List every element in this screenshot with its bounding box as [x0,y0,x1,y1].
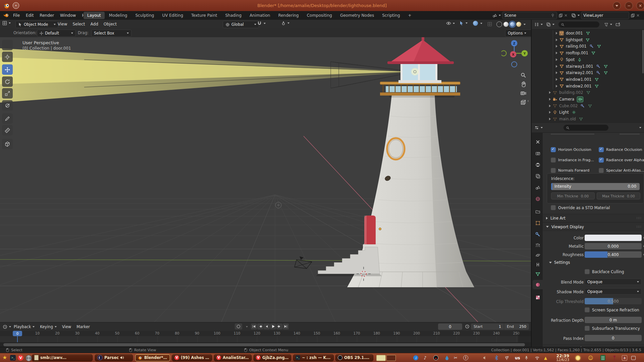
expand-arrow[interactable] [556,39,557,41]
outliner-item-lightspot[interactable]: lightspot [532,37,644,43]
tray-keyboard-us-icon[interactable]: us [515,355,520,361]
outliner-item-stairway1.001[interactable]: stairway1.001 [532,63,644,70]
properties-tab-physics[interactable] [533,250,543,260]
viewport-menu-view[interactable]: View [55,20,70,28]
workspace-tab-modeling[interactable]: Modeling [105,12,131,19]
workspace-tab-geometry-nodes[interactable]: Geometry Nodes [336,12,378,19]
modifier-wrench-icon[interactable] [580,104,585,108]
playhead[interactable]: 0 [13,331,22,336]
workspace-tab-sculpting[interactable]: Sculpting [131,12,158,19]
taskbar-window-5[interactable]: VAnalieStar... [214,354,252,361]
tool-measure[interactable] [2,125,13,135]
object-name[interactable]: railing.001 [566,44,587,49]
viewlayer-selector[interactable]: ViewLayer [581,12,629,19]
tool-transform[interactable] [2,100,13,111]
expand-arrow[interactable] [549,91,551,94]
metallic-field[interactable]: 0.000 [585,243,642,249]
properties-tab-material[interactable] [533,280,543,289]
object-name[interactable]: door.001 [566,31,583,36]
scene-selector[interactable]: Scene [502,12,557,19]
viewport-menu-select[interactable]: Select [70,20,88,28]
tool-annotate[interactable] [2,113,13,124]
outliner-item-rooftop.001[interactable]: rooftop.001 [532,50,644,56]
timeline-menu-keying[interactable]: Keying [37,322,59,331]
object-name[interactable]: window1.001 [566,77,592,82]
expand-arrow[interactable] [556,58,557,61]
tool-scale[interactable] [2,88,13,99]
viewport-menu-object[interactable]: Object [101,20,119,28]
viewport-menu-add[interactable]: Add [88,20,101,28]
outliner-item-Light[interactable]: Light [532,109,644,116]
expand-arrow[interactable] [556,85,557,87]
line-art-panel-header[interactable]: Line Art∷∷ [543,214,644,222]
outliner-item-window1.001[interactable]: window1.001 [532,76,644,83]
tray-obs-tray-icon[interactable] [433,355,438,361]
object-data-icon[interactable] [603,64,608,69]
outliner-item-Camera[interactable]: Camera [532,96,644,103]
use-preview-range-icon[interactable] [465,324,470,329]
funnel-filter-icon[interactable] [604,22,608,27]
timeline-scrollbar[interactable] [0,342,531,347]
expand-arrow[interactable] [549,111,551,114]
object-data-icon[interactable] [579,117,583,121]
workspace-pager-2[interactable] [386,355,396,361]
properties-tab-particles[interactable] [533,240,543,250]
jump-to-prev-keyframe-button[interactable] [257,323,263,329]
checkbox[interactable] [551,147,556,152]
taskbar-window-2[interactable]: Parsec [95,354,133,361]
blender-logo-icon[interactable] [3,13,9,18]
check-normals-forward[interactable]: Normals Forward [551,168,589,173]
modifier-wrench-icon[interactable] [596,70,601,75]
tray-emoji-icon[interactable]: ☺ [588,355,593,361]
app-menu-file[interactable]: File [10,11,23,20]
object-name[interactable]: rooftop.001 [566,51,588,55]
overlays-dropdown[interactable] [472,21,482,26]
backface-culling-checkbox[interactable] [585,269,590,274]
checkbox[interactable] [599,147,604,152]
outliner-item-building.002[interactable]: building.002 [532,89,644,96]
modifier-wrench-icon[interactable] [596,64,601,69]
expand-arrow[interactable] [556,78,557,81]
shading-solid-button[interactable] [503,22,508,27]
object-name[interactable]: lightspot [566,38,583,42]
window-titlebar[interactable]: Blender* [/home/amalie/Desktop/blender/l… [0,0,644,11]
tray-night-lamp-icon[interactable] [576,355,580,361]
tray-clipper-icon[interactable]: ✂ [454,355,458,361]
proportional-editing-controls[interactable] [281,21,289,25]
checkbox[interactable] [551,168,556,173]
timeline-ruler[interactable]: 0102030405060708090100110120130140150160… [0,331,531,336]
play-reverse-button[interactable] [264,323,270,329]
object-data-icon[interactable] [594,84,599,88]
pin-icon[interactable] [551,13,555,17]
ortho-grid-icon[interactable] [520,99,526,105]
tray-wifi-icon[interactable] [535,355,540,361]
object-data-icon[interactable] [586,31,590,36]
properties-tab-collection[interactable] [533,207,543,216]
override-std-material-checkbox[interactable] [551,205,556,210]
vivaldi-launcher-icon[interactable]: V [18,355,23,361]
shading-material-button[interactable] [510,22,515,27]
object-name[interactable]: stairway1.001 [566,64,593,69]
viewport-3d[interactable]: User Perspective (0) Collection | door.0… [0,37,531,322]
object-data-icon[interactable] [577,57,582,62]
outliner-item-stairway2.001[interactable]: stairway2.001 [532,69,644,76]
outliner-search-input[interactable] [558,21,599,27]
workspace-tab-scripting[interactable]: Scripting [378,12,404,19]
object-name[interactable]: window2.001 [566,84,592,88]
zoom-icon[interactable] [520,72,526,78]
clip-threshold-slider[interactable]: 0.500 [585,298,642,304]
app-menu-render[interactable]: Render [37,11,57,20]
check-irradiance-in-frag-[interactable]: Irradiance in Frag... [551,158,594,163]
tray-calculator-icon[interactable] [600,355,605,361]
tool-rotate[interactable] [2,76,13,87]
workspace-tab-layout[interactable]: Layout [84,12,105,19]
transform-orientation-dropdown[interactable]: Global [223,21,259,28]
tool-add-cube[interactable] [2,139,13,149]
unlink-scene-icon[interactable] [564,13,568,17]
tray-bluetooth-icon[interactable] [495,355,498,361]
play-button[interactable] [270,323,276,329]
workspace-tab-shading[interactable]: Shading [221,12,245,19]
clock-time[interactable]: 22:39 [550,354,569,358]
override-std-material-row[interactable]: Override as a STD Material [551,205,610,210]
roughness-slider[interactable]: 0.400 [585,251,642,258]
